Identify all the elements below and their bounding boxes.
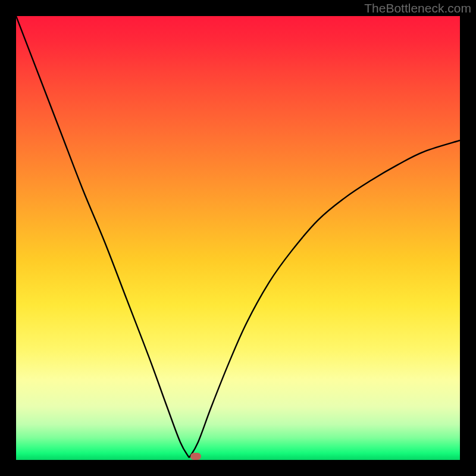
chart-plot-area: [16, 16, 460, 460]
curve-left-branch: [16, 16, 189, 458]
curve-right-branch: [189, 140, 460, 458]
attribution-text: TheBottleneck.com: [364, 1, 471, 15]
bottleneck-curve: [16, 16, 460, 460]
optimum-marker: [190, 453, 201, 460]
